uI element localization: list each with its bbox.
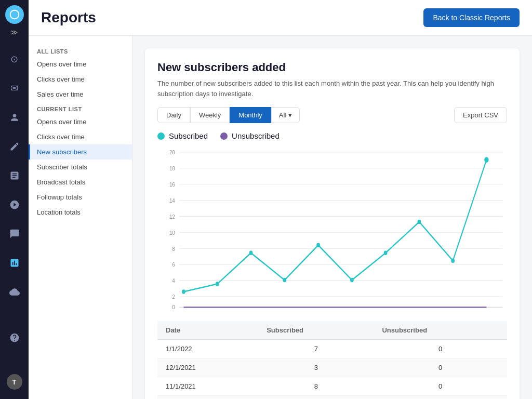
back-to-classic-button[interactable]: Back to Classic Reports bbox=[423, 8, 520, 27]
unsubscribed-label: Unsubscribed bbox=[232, 131, 280, 140]
nav-section-all-lists: ALL LISTS Opens over time Clicks over ti… bbox=[29, 44, 132, 102]
svg-text:8/1/2021: 8/1/2021 bbox=[343, 312, 361, 313]
nav-new-subscribers[interactable]: New subscribers bbox=[29, 144, 132, 159]
svg-text:0: 0 bbox=[172, 303, 175, 310]
home-icon[interactable]: ⊙ bbox=[5, 50, 24, 69]
chart-legend: Subscribed Unsubscribed bbox=[157, 131, 507, 140]
content-area: ALL LISTS Opens over time Clicks over ti… bbox=[29, 36, 532, 399]
col-subscribed: Subscribed bbox=[258, 321, 374, 340]
chart-point bbox=[283, 278, 286, 283]
cell-subscribed: 8 bbox=[258, 377, 374, 396]
col-date: Date bbox=[157, 321, 258, 340]
chart-point bbox=[182, 289, 185, 294]
nav-opens-over-time-all[interactable]: Opens over time bbox=[29, 57, 132, 72]
table-row: 10/1/2021 3 0 bbox=[157, 396, 507, 400]
nav-opens-over-time-current[interactable]: Opens over time bbox=[29, 114, 132, 129]
edit-icon[interactable] bbox=[5, 137, 24, 156]
nav-clicks-over-time-current[interactable]: Clicks over time bbox=[29, 129, 132, 144]
cell-subscribed: 3 bbox=[258, 396, 374, 400]
chart-container: 20 18 16 14 12 10 8 6 4 2 0 bbox=[157, 147, 507, 313]
cell-date: 1/1/2022 bbox=[157, 340, 258, 358]
current-list-section-title: CURRENT LIST bbox=[29, 102, 132, 114]
avatar[interactable]: T bbox=[7, 374, 22, 390]
svg-text:10/1/2021: 10/1/2021 bbox=[409, 312, 429, 313]
cell-subscribed: 7 bbox=[258, 340, 374, 358]
nav-subscriber-totals[interactable]: Subscriber totals bbox=[29, 159, 132, 175]
calendar-icon[interactable] bbox=[5, 166, 24, 185]
chart-point bbox=[418, 220, 421, 224]
all-lists-section-title: ALL LISTS bbox=[29, 44, 132, 57]
svg-text:8: 8 bbox=[172, 245, 175, 251]
legend-subscribed: Subscribed bbox=[157, 131, 208, 140]
filter-bar: Daily Weekly Monthly All ▾ Export CSV bbox=[157, 107, 507, 123]
chart-point bbox=[249, 251, 253, 256]
chart-point bbox=[216, 282, 219, 286]
cell-unsubscribed: 0 bbox=[374, 396, 507, 400]
svg-text:5/1/2021: 5/1/2021 bbox=[243, 312, 260, 313]
reports-icon[interactable] bbox=[5, 254, 24, 272]
svg-text:2: 2 bbox=[172, 293, 175, 300]
nav-location-totals[interactable]: Location totals bbox=[29, 205, 132, 220]
report-card: New subscribers added The number of new … bbox=[145, 48, 520, 399]
cell-date: 12/1/2021 bbox=[157, 358, 258, 377]
chart-point bbox=[484, 157, 488, 163]
report-area: New subscribers added The number of new … bbox=[132, 36, 532, 399]
svg-text:12: 12 bbox=[169, 213, 175, 220]
chart-point bbox=[451, 258, 455, 263]
chart-point bbox=[384, 251, 388, 256]
all-filter-dropdown[interactable]: All ▾ bbox=[271, 107, 300, 123]
cell-date: 10/1/2021 bbox=[157, 396, 258, 400]
contacts-icon[interactable] bbox=[5, 108, 24, 127]
table-row: 11/1/2021 8 0 bbox=[157, 377, 507, 396]
mail-icon[interactable]: ✉ bbox=[5, 79, 24, 98]
cell-date: 11/1/2021 bbox=[157, 377, 258, 396]
integrations-icon[interactable] bbox=[5, 283, 24, 301]
table-row: 12/1/2021 3 0 bbox=[157, 358, 507, 377]
help-icon[interactable] bbox=[5, 328, 24, 347]
nav-followup-totals[interactable]: Followup totals bbox=[29, 190, 132, 205]
svg-text:18: 18 bbox=[169, 165, 175, 171]
nav-sales-over-time-all[interactable]: Sales over time bbox=[29, 87, 132, 102]
left-nav: ALL LISTS Opens over time Clicks over ti… bbox=[29, 36, 132, 399]
chart-point bbox=[316, 243, 320, 248]
expand-icon[interactable]: ≫ bbox=[10, 28, 18, 36]
main-area: Reports Back to Classic Reports ALL LIST… bbox=[29, 0, 532, 399]
sidebar: ≫ ⊙ ✉ T bbox=[0, 0, 29, 399]
subscribed-label: Subscribed bbox=[169, 131, 208, 140]
cell-unsubscribed: 0 bbox=[374, 340, 507, 358]
svg-text:10: 10 bbox=[169, 229, 175, 235]
nav-clicks-over-time-all[interactable]: Clicks over time bbox=[29, 72, 132, 87]
subscribed-line bbox=[183, 160, 486, 292]
svg-text:11/1/2021: 11/1/2021 bbox=[443, 312, 462, 313]
svg-text:16: 16 bbox=[169, 181, 175, 188]
filter-group: Daily Weekly Monthly All ▾ bbox=[157, 107, 300, 123]
nav-section-current-list: CURRENT LIST Opens over time Clicks over… bbox=[29, 102, 132, 220]
chat-icon[interactable] bbox=[5, 224, 24, 243]
automation-icon[interactable] bbox=[5, 195, 24, 214]
chevron-down-icon: ▾ bbox=[288, 111, 292, 119]
export-csv-button[interactable]: Export CSV bbox=[454, 107, 507, 123]
daily-filter-button[interactable]: Daily bbox=[157, 107, 190, 123]
subscribed-dot bbox=[157, 132, 165, 140]
cell-unsubscribed: 0 bbox=[374, 377, 507, 396]
svg-text:4: 4 bbox=[172, 277, 175, 284]
nav-broadcast-totals[interactable]: Broadcast totals bbox=[29, 175, 132, 190]
svg-text:3/1/2021: 3/1/2021 bbox=[175, 312, 192, 313]
svg-text:9/1/2021: 9/1/2021 bbox=[377, 312, 394, 313]
legend-unsubscribed: Unsubscribed bbox=[220, 131, 280, 140]
col-unsubscribed: Unsubscribed bbox=[374, 321, 507, 340]
chart-point bbox=[350, 278, 354, 283]
svg-text:14: 14 bbox=[169, 197, 175, 204]
data-table: Date Subscribed Unsubscribed 1/1/2022 7 … bbox=[157, 321, 507, 399]
report-description: The number of new subscribers added to t… bbox=[157, 78, 507, 99]
monthly-filter-button[interactable]: Monthly bbox=[230, 107, 271, 123]
topbar: Reports Back to Classic Reports bbox=[29, 0, 532, 36]
svg-text:12/1/20: 12/1/20 bbox=[479, 312, 494, 313]
svg-text:4/1/2021: 4/1/2021 bbox=[209, 312, 226, 313]
cell-subscribed: 3 bbox=[258, 358, 374, 377]
weekly-filter-button[interactable]: Weekly bbox=[190, 107, 230, 123]
report-heading: New subscribers added bbox=[157, 61, 507, 74]
unsubscribed-dot bbox=[220, 132, 228, 140]
cell-unsubscribed: 0 bbox=[374, 358, 507, 377]
svg-text:6: 6 bbox=[172, 261, 175, 268]
